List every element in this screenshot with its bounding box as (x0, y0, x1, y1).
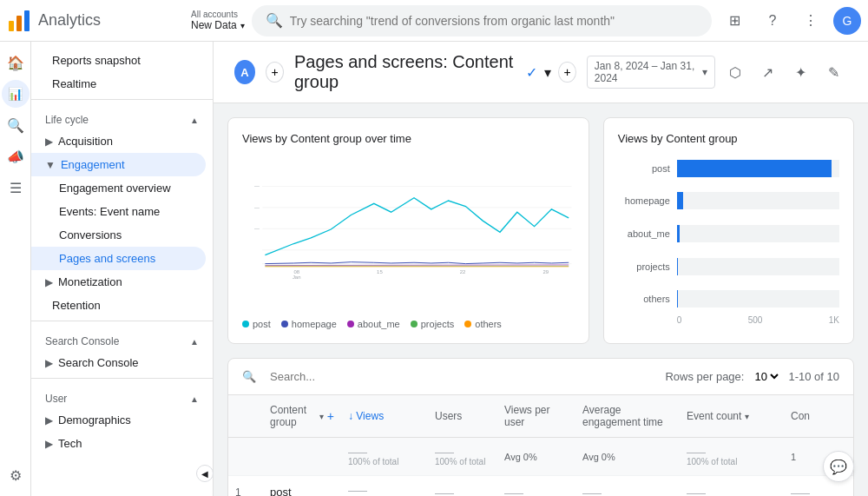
monetization-expand-icon: ▶ (45, 276, 53, 288)
chart-legend: post homepage about_me projects (242, 319, 575, 329)
bar-row-post: post (618, 160, 839, 177)
bar-row-homepage: homepage (618, 192, 839, 209)
home-icon[interactable]: 🏠 (2, 49, 30, 76)
logo: Analytics (7, 9, 181, 33)
bar-container-others (677, 290, 839, 308)
chat-button[interactable]: 💬 (823, 451, 854, 482)
charts-row: Views by Content group over time — — (227, 117, 854, 344)
table-search-input[interactable] (270, 370, 651, 383)
topbar: Analytics All accounts New Data ▾ 🔍 ⊞ ? … (0, 0, 868, 42)
bar-container-about-me (677, 225, 839, 242)
more-options-icon[interactable]: ⋮ (795, 5, 826, 36)
sidebar-item-conversions[interactable]: Conversions (31, 223, 206, 247)
bar-fill-others (677, 290, 678, 308)
th-users[interactable]: Users (428, 395, 497, 437)
table-row: 1 post —— —— —— —— —— —— (228, 476, 853, 496)
admin-icon[interactable]: ⚙ (2, 461, 30, 489)
sidebar-item-events[interactable]: Events: Event name (31, 200, 206, 223)
bar-fill-homepage (677, 192, 683, 209)
th-content-group[interactable]: Content group ▾ + (263, 395, 341, 437)
account-path: All accounts (191, 10, 245, 19)
sidebar: Reports snapshot Realtime Life cycle ▲ ▶… (31, 42, 214, 496)
bar-chart-title: Views by Content group (618, 132, 839, 145)
bar-axis: 0 500 1K (618, 315, 839, 325)
search-console-category[interactable]: Search Console ▲ (31, 325, 213, 351)
td-users: —— (428, 476, 497, 496)
reports-icon[interactable]: 📊 (2, 80, 30, 108)
sidebar-item-tech[interactable]: ▶ Tech (31, 432, 213, 455)
lifecycle-category[interactable]: Life cycle ▲ (31, 103, 213, 129)
page-header: A + Pages and screens: Content group ✓ ▾… (214, 42, 868, 103)
svg-text:—: — (254, 226, 260, 231)
sidebar-item-pages[interactable]: Pages and screens (31, 247, 206, 270)
add-comparison-button[interactable]: + (266, 62, 284, 83)
table-search-icon: 🔍 (242, 370, 256, 383)
page-header-actions: Jan 8, 2024 – Jan 31, 2024 ▾ ⬡ ↗ ✦ ✎ (587, 56, 847, 89)
configure-icon[interactable]: ☰ (2, 174, 30, 202)
bar-chart-area: post homepage about_me (618, 155, 839, 312)
td-avg-engagement: —— (575, 476, 680, 496)
th-event-filter-icon[interactable]: ▾ (745, 412, 749, 421)
legend-projects: projects (411, 319, 455, 329)
sidebar-item-search-console[interactable]: ▶ Search Console (31, 351, 213, 374)
bar-label-post: post (618, 163, 670, 174)
svg-rect-0 (9, 21, 14, 31)
legend-post: post (242, 319, 271, 329)
share-icon[interactable]: ⬡ (722, 56, 748, 88)
sidebar-item-demographics[interactable]: ▶ Demographics (31, 408, 213, 432)
help-icon[interactable]: ? (757, 5, 788, 36)
sidebar-item-retention[interactable]: Retention (31, 294, 206, 317)
th-con[interactable]: Con (784, 395, 853, 437)
user-category[interactable]: User ▲ (31, 382, 213, 408)
sidebar-item-monetization[interactable]: ▶ Monetization (31, 270, 213, 294)
chat-icon: 💬 (830, 459, 847, 475)
sidebar-item-engagement[interactable]: ▼ Engagement (31, 153, 206, 176)
legend-others: others (464, 319, 502, 329)
sidebar-item-acquisition[interactable]: ▶ Acquisition (31, 129, 213, 153)
line-chart-area: — — — 08 Jan 15 22 29 (242, 155, 575, 312)
account-name[interactable]: New Data ▾ (191, 19, 245, 31)
advertising-icon[interactable]: 📣 (2, 142, 30, 170)
avatar[interactable]: G (833, 7, 861, 35)
table-totals-row: —— 100% of total —— 100% of total Avg 0% (228, 438, 853, 476)
page-avatar: A (234, 60, 255, 84)
customize-icon[interactable]: ✦ (788, 56, 814, 88)
td-totals-num (228, 438, 263, 475)
app-title: Analytics (38, 11, 101, 30)
edit-icon[interactable]: ✎ (821, 56, 847, 88)
pagination-info: 1-10 of 10 (788, 370, 839, 383)
sidebar-item-engagement-overview[interactable]: Engagement overview (31, 176, 206, 200)
bar-fill-projects (677, 258, 678, 275)
main: A + Pages and screens: Content group ✓ ▾… (214, 42, 868, 496)
date-range-picker[interactable]: Jan 8, 2024 – Jan 31, 2024 ▾ (587, 56, 715, 89)
bar-fill-post (677, 160, 832, 177)
svg-text:08: 08 (293, 269, 299, 274)
line-chart-card: Views by Content group over time — — (227, 117, 589, 344)
search-input[interactable] (290, 14, 698, 28)
legend-dot-about-me (347, 321, 354, 327)
search-bar[interactable]: 🔍 (252, 5, 712, 36)
th-event-count[interactable]: Event count ▾ (680, 395, 784, 437)
date-range-dropdown-icon: ▾ (702, 66, 707, 78)
th-views[interactable]: ↓ Views (341, 395, 428, 437)
td-totals-avg-engagement: Avg 0% (575, 438, 680, 475)
table-toolbar: 🔍 Rows per page: 10 25 50 1-10 of 10 (228, 359, 853, 395)
analytics-logo-icon (7, 9, 31, 33)
title-dropdown-icon[interactable]: ▾ (544, 64, 551, 81)
add-button[interactable]: + (558, 62, 575, 83)
legend-dot-post (242, 321, 249, 327)
bar-label-about-me: about_me (618, 228, 670, 239)
account-selector[interactable]: All accounts New Data ▾ (191, 10, 245, 31)
check-icon: ✓ (526, 64, 537, 81)
th-avg-engagement[interactable]: Average engagement time (575, 395, 680, 437)
sidebar-item-realtime[interactable]: Realtime (31, 72, 206, 96)
sidebar-item-reports-snapshot[interactable]: Reports snapshot (31, 49, 206, 72)
table-header: Content group ▾ + ↓ Views Users Views pe… (228, 395, 853, 438)
sidebar-collapse-button[interactable]: ◀ (196, 465, 214, 482)
rows-per-page-select[interactable]: 10 25 50 (751, 369, 781, 384)
explore-icon[interactable]: 🔍 (2, 111, 30, 139)
th-add-icon[interactable]: + (327, 409, 334, 423)
export-icon[interactable]: ↗ (755, 56, 781, 88)
th-views-per-user[interactable]: Views per user (497, 395, 575, 437)
apps-icon[interactable]: ⊞ (719, 5, 750, 36)
